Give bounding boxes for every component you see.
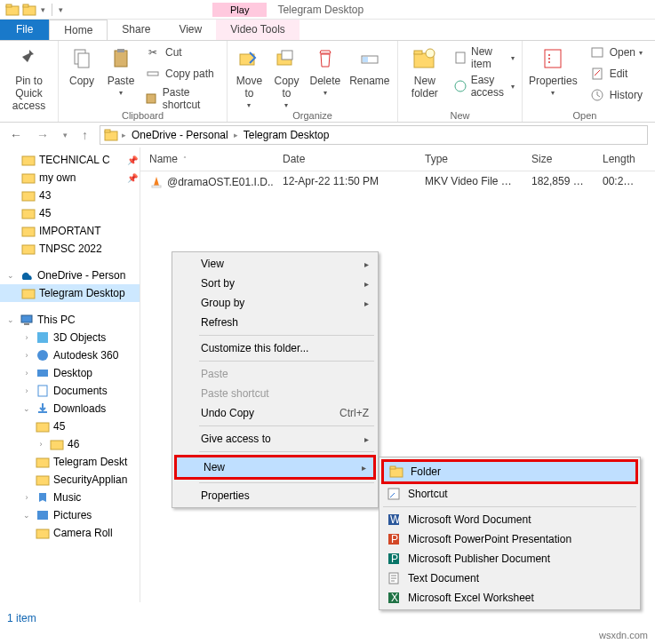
forward-button[interactable]: →	[34, 128, 52, 142]
divider	[199, 425, 374, 426]
ctx-properties[interactable]: Properties	[174, 486, 376, 505]
ctx-new-ppt[interactable]: PMicrosoft PowerPoint Presentation	[381, 529, 638, 549]
tree-item[interactable]: ›Desktop	[0, 364, 140, 382]
tree-item[interactable]: ⌄Downloads	[0, 400, 140, 417]
recent-dropdown[interactable]: ▾	[60, 131, 70, 139]
ctx-customize[interactable]: Customize this folder...	[174, 338, 376, 358]
svg-rect-16	[414, 51, 422, 54]
cut-button[interactable]: ✂Cut	[142, 43, 221, 62]
col-name[interactable]: Name˄	[140, 147, 274, 171]
expand-icon[interactable]: ⌄	[21, 404, 32, 413]
group-label: New	[398, 110, 522, 121]
tree-item-onedrive[interactable]: ⌄OneDrive - Person	[0, 266, 140, 284]
tree-item[interactable]: ⌄Pictures	[0, 506, 140, 524]
window-title: Telegram Desktop	[267, 2, 374, 18]
history-button[interactable]: History	[587, 85, 644, 105]
tree-item[interactable]: TECHNICAL C📌	[0, 151, 140, 169]
ctx-groupby[interactable]: Group by▸	[174, 293, 376, 313]
copy-to-button[interactable]: Copy to▾	[268, 43, 304, 111]
back-button[interactable]: ←	[7, 128, 25, 142]
properties-button[interactable]: Properties▾	[525, 43, 581, 105]
ctx-new-word[interactable]: WMicrosoft Word Document	[381, 510, 638, 529]
tree-item[interactable]: ›3D Objects	[0, 329, 140, 346]
tree-item[interactable]: SecurityApplian	[0, 471, 140, 489]
svg-rect-44	[36, 458, 49, 467]
tree-item[interactable]: 43	[0, 187, 140, 204]
new-folder-button[interactable]: New folder	[403, 43, 446, 101]
expand-icon[interactable]: ⌄	[5, 315, 16, 324]
expand-icon[interactable]: ⌄	[21, 511, 32, 520]
folder-icon[interactable]	[22, 3, 36, 17]
move-to-button[interactable]: Move to▾	[231, 43, 267, 111]
up-button[interactable]: ↑	[79, 128, 91, 142]
tree-item[interactable]: ›Music	[0, 489, 140, 506]
chevron-right-icon[interactable]: ▸	[122, 131, 126, 139]
edit-button[interactable]: Edit	[587, 64, 644, 83]
tab-video-tools[interactable]: Video Tools	[216, 20, 300, 40]
ctx-refresh[interactable]: Refresh	[174, 313, 376, 332]
ctx-view[interactable]: View▸	[174, 254, 376, 274]
col-size[interactable]: Size	[523, 147, 594, 171]
tree-item[interactable]: ›46	[0, 435, 140, 453]
pin-to-quick-access-button[interactable]: Pin to Quick access	[5, 43, 52, 114]
file-row[interactable]: @dramaOST.E01.I.D... 12-Apr-22 11:50 PM …	[140, 171, 655, 193]
ctx-sortby[interactable]: Sort by▸	[174, 274, 376, 293]
crumb-onedrive[interactable]: OneDrive - Personal	[130, 129, 230, 141]
crumb-telegram[interactable]: Telegram Desktop	[242, 129, 331, 141]
paste-button[interactable]: Paste▾	[103, 43, 139, 112]
tree-item[interactable]: ›Autodesk 360	[0, 346, 140, 364]
tab-view[interactable]: View	[164, 20, 216, 40]
tab-share[interactable]: Share	[108, 20, 164, 40]
svg-point-21	[548, 54, 550, 56]
shortcut-icon	[387, 487, 401, 501]
tree-item[interactable]: IMPORTANT	[0, 222, 140, 240]
tree-item[interactable]: my own📌	[0, 169, 140, 187]
chevron-down-icon[interactable]: ▾	[39, 5, 47, 14]
col-length[interactable]: Length	[594, 147, 647, 171]
easy-access-button[interactable]: Easy access ▾	[451, 73, 516, 99]
svg-point-19	[455, 81, 466, 91]
tree-item[interactable]: Telegram Deskt	[0, 453, 140, 471]
col-date[interactable]: Date	[274, 147, 416, 171]
expand-icon[interactable]: ⌄	[5, 271, 16, 280]
vlc-icon	[149, 175, 164, 189]
tree-item-telegram[interactable]: Telegram Desktop	[0, 284, 140, 302]
tree-item[interactable]: 45	[0, 204, 140, 222]
tab-file[interactable]: File	[0, 20, 49, 40]
tab-home[interactable]: Home	[49, 20, 108, 40]
ctx-new-publisher[interactable]: PMicrosoft Publisher Document	[381, 549, 638, 568]
delete-button[interactable]: Delete▾	[306, 43, 344, 111]
ctx-new-text[interactable]: Text Document	[381, 568, 638, 588]
new-item-button[interactable]: New item ▾	[451, 44, 516, 71]
qat-overflow[interactable]: ▾	[57, 5, 65, 14]
ctx-give-access[interactable]: Give access to▸	[174, 429, 376, 449]
rename-button[interactable]: Rename	[346, 43, 393, 111]
svg-rect-45	[36, 476, 49, 485]
watermark: wsxdn.com	[599, 630, 648, 640]
tree-item-thispc[interactable]: ⌄This PC	[0, 311, 140, 329]
tree-item[interactable]: 45	[0, 417, 140, 435]
tree-item[interactable]: TNPSC 2022	[0, 240, 140, 258]
ctx-new-shortcut[interactable]: Shortcut	[381, 484, 638, 504]
svg-rect-8	[148, 72, 158, 76]
easyaccess-icon	[453, 77, 467, 95]
ctx-new-excel[interactable]: XMicrosoft Excel Worksheet	[381, 588, 638, 608]
svg-rect-31	[22, 192, 35, 201]
breadcrumb[interactable]: ▸ OneDrive - Personal ▸ Telegram Desktop	[100, 125, 648, 145]
contextual-tab-play[interactable]: Play	[212, 3, 267, 17]
paste-shortcut-button[interactable]: Paste shortcut	[142, 85, 221, 112]
nav-tree[interactable]: TECHNICAL C📌 my own📌 43 45 IMPORTANT TNP…	[0, 147, 140, 602]
svg-rect-50	[390, 466, 395, 469]
copy-button[interactable]: Copy	[64, 43, 100, 112]
open-button[interactable]: Open ▾	[587, 43, 644, 62]
tree-item[interactable]: Camera Roll	[0, 524, 140, 542]
history-icon	[588, 86, 606, 104]
ctx-new-folder[interactable]: Folder	[381, 459, 638, 484]
ctx-undo[interactable]: Undo CopyCtrl+Z	[174, 403, 376, 423]
ctx-new[interactable]: New▸	[174, 455, 376, 480]
svg-rect-32	[22, 210, 35, 219]
col-type[interactable]: Type	[416, 147, 523, 171]
copy-path-button[interactable]: Copy path	[142, 64, 221, 83]
chevron-right-icon[interactable]: ▸	[234, 131, 238, 139]
tree-item[interactable]: ›Documents	[0, 382, 140, 400]
